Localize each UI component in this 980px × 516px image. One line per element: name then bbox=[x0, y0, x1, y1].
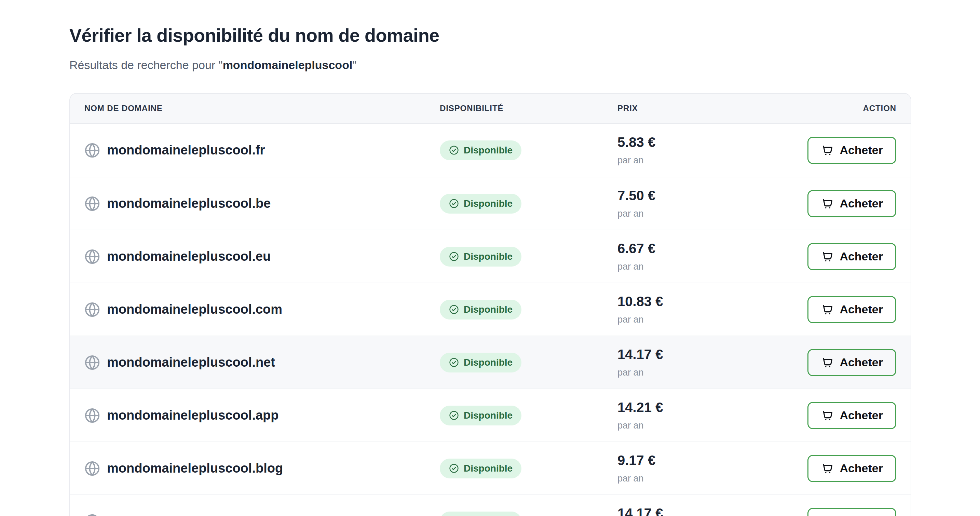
price-period: par an bbox=[617, 314, 807, 325]
shopping-cart-icon bbox=[821, 462, 834, 475]
price-value: 6.67 € bbox=[617, 241, 807, 256]
action-cell: Acheter bbox=[807, 455, 896, 482]
domain-name: mondomainelepluscool.com bbox=[107, 302, 282, 317]
search-term: mondomainelepluscool bbox=[223, 59, 353, 72]
domain-name: mondomainelepluscool.app bbox=[107, 408, 279, 423]
domain-results-table: NOM DE DOMAINE DISPONIBILITÉ PRIX ACTION… bbox=[69, 93, 911, 516]
availability-badge: Disponible bbox=[440, 511, 522, 516]
table-body: mondomainelepluscool.fr Disponible 5.83 … bbox=[70, 124, 911, 516]
buy-button-label: Acheter bbox=[840, 462, 883, 475]
check-circle-icon bbox=[449, 410, 459, 420]
globe-icon bbox=[84, 302, 100, 317]
table-row: mondomainelepluscool.org Disponible 14.1… bbox=[70, 494, 911, 516]
buy-button-label: Acheter bbox=[840, 250, 883, 263]
shopping-cart-icon bbox=[821, 197, 834, 210]
subtitle-prefix: Résultats de recherche pour " bbox=[69, 59, 223, 72]
globe-icon bbox=[84, 514, 100, 516]
availability-badge: Disponible bbox=[440, 353, 522, 373]
price-value: 5.83 € bbox=[617, 135, 807, 150]
shopping-cart-icon bbox=[821, 356, 834, 369]
domain-cell: mondomainelepluscool.app bbox=[84, 408, 440, 424]
availability-badge: Disponible bbox=[440, 140, 522, 160]
price-cell: 10.83 € par an bbox=[617, 294, 807, 325]
price-period: par an bbox=[617, 261, 807, 272]
domain-name: mondomainelepluscool.org bbox=[107, 514, 277, 516]
domain-name: mondomainelepluscool.be bbox=[107, 196, 270, 211]
globe-icon bbox=[84, 196, 100, 212]
price-cell: 14.17 € par an bbox=[617, 506, 807, 516]
buy-button[interactable]: Acheter bbox=[807, 190, 896, 217]
domain-cell: mondomainelepluscool.eu bbox=[84, 249, 440, 264]
buy-button[interactable]: Acheter bbox=[807, 296, 896, 323]
globe-icon bbox=[84, 355, 100, 370]
column-header-domain: NOM DE DOMAINE bbox=[84, 104, 440, 113]
shopping-cart-icon bbox=[821, 515, 834, 516]
column-header-price: PRIX bbox=[617, 104, 863, 113]
domain-name: mondomainelepluscool.eu bbox=[107, 249, 270, 264]
buy-button[interactable]: Acheter bbox=[807, 137, 896, 164]
domain-cell: mondomainelepluscool.be bbox=[84, 196, 440, 212]
domain-cell: mondomainelepluscool.fr bbox=[84, 142, 440, 158]
availability-label: Disponible bbox=[464, 198, 512, 209]
availability-label: Disponible bbox=[464, 410, 512, 421]
buy-button[interactable]: Acheter bbox=[807, 508, 896, 516]
globe-icon bbox=[84, 408, 100, 424]
buy-button[interactable]: Acheter bbox=[807, 349, 896, 376]
price-cell: 14.17 € par an bbox=[617, 347, 807, 378]
search-results-subtitle: Résultats de recherche pour "mondomainel… bbox=[69, 57, 911, 72]
domain-cell: mondomainelepluscool.net bbox=[84, 355, 440, 370]
price-period: par an bbox=[617, 473, 807, 484]
buy-button[interactable]: Acheter bbox=[807, 455, 896, 482]
availability-label: Disponible bbox=[464, 145, 512, 156]
table-row: mondomainelepluscool.app Disponible 14.2… bbox=[70, 389, 911, 441]
price-period: par an bbox=[617, 155, 807, 166]
domain-cell: mondomainelepluscool.org bbox=[84, 514, 440, 516]
check-circle-icon bbox=[449, 357, 459, 368]
price-value: 7.50 € bbox=[617, 188, 807, 203]
availability-cell: Disponible bbox=[440, 406, 617, 425]
price-value: 10.83 € bbox=[617, 294, 807, 309]
buy-button-label: Acheter bbox=[840, 143, 883, 157]
availability-cell: Disponible bbox=[440, 194, 617, 213]
price-value: 9.17 € bbox=[617, 453, 807, 468]
price-value: 14.21 € bbox=[617, 400, 807, 415]
availability-cell: Disponible bbox=[440, 459, 617, 478]
price-period: par an bbox=[617, 420, 807, 431]
availability-label: Disponible bbox=[464, 463, 512, 474]
check-circle-icon bbox=[449, 145, 459, 156]
table-row: mondomainelepluscool.be Disponible 7.50 … bbox=[70, 177, 911, 229]
action-cell: Acheter bbox=[807, 296, 896, 323]
table-row: mondomainelepluscool.net Disponible 14.1… bbox=[70, 336, 911, 389]
check-circle-icon bbox=[449, 463, 459, 474]
page-title: Vérifier la disponibilité du nom de doma… bbox=[69, 23, 911, 47]
domain-cell: mondomainelepluscool.com bbox=[84, 302, 440, 317]
price-period: par an bbox=[617, 367, 807, 378]
check-circle-icon bbox=[449, 251, 459, 262]
check-circle-icon bbox=[449, 304, 459, 315]
column-header-action: ACTION bbox=[863, 104, 896, 113]
subtitle-suffix: " bbox=[352, 59, 356, 72]
column-header-availability: DISPONIBILITÉ bbox=[440, 104, 617, 113]
availability-cell: Disponible bbox=[440, 247, 617, 266]
domain-name: mondomainelepluscool.blog bbox=[107, 461, 283, 476]
availability-badge: Disponible bbox=[440, 247, 522, 266]
buy-button-label: Acheter bbox=[840, 356, 883, 369]
globe-icon bbox=[84, 461, 100, 476]
check-circle-icon bbox=[449, 198, 459, 209]
availability-badge: Disponible bbox=[440, 194, 522, 213]
buy-button-label: Acheter bbox=[840, 409, 883, 422]
domain-search-results-page: Vérifier la disponibilité du nom de doma… bbox=[69, 0, 911, 516]
buy-button[interactable]: Acheter bbox=[807, 243, 896, 270]
buy-button[interactable]: Acheter bbox=[807, 402, 896, 429]
availability-badge: Disponible bbox=[440, 459, 522, 478]
price-cell: 9.17 € par an bbox=[617, 453, 807, 484]
price-value: 14.17 € bbox=[617, 347, 807, 362]
availability-cell: Disponible bbox=[440, 511, 617, 516]
availability-label: Disponible bbox=[464, 357, 512, 368]
price-period: par an bbox=[617, 209, 807, 219]
availability-cell: Disponible bbox=[440, 353, 617, 373]
table-row: mondomainelepluscool.eu Disponible 6.67 … bbox=[70, 229, 911, 283]
table-row: mondomainelepluscool.fr Disponible 5.83 … bbox=[70, 124, 911, 177]
action-cell: Acheter bbox=[807, 243, 896, 270]
price-cell: 5.83 € par an bbox=[617, 135, 807, 166]
